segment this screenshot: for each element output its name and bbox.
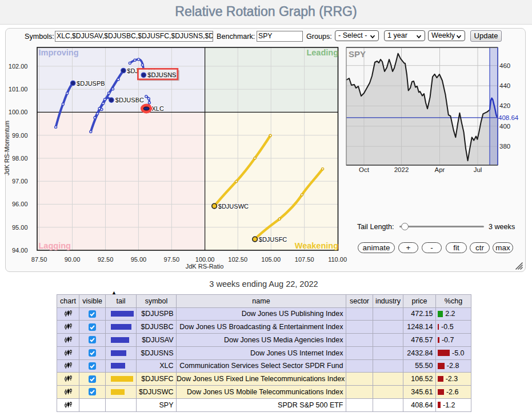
svg-text:97.50: 97.50	[164, 256, 180, 263]
svg-text:$DJUSWC: $DJUSWC	[218, 203, 249, 210]
svg-text:100.00: 100.00	[195, 256, 215, 263]
svg-text:92.50: 92.50	[98, 256, 114, 263]
svg-text:96.00: 96.00	[12, 201, 28, 207]
svg-text:102.00: 102.00	[9, 63, 28, 70]
svg-text:94.00: 94.00	[12, 247, 28, 254]
svg-text:Lagging: Lagging	[39, 241, 71, 250]
svg-text:$DJUSFC: $DJUSFC	[259, 236, 287, 243]
svg-text:95.00: 95.00	[12, 224, 28, 231]
svg-text:100.00: 100.00	[9, 109, 28, 115]
svg-text:97.00: 97.00	[12, 178, 28, 185]
svg-text:99.00: 99.00	[12, 132, 28, 139]
svg-text:JdK RS-Ratio: JdK RS-Ratio	[186, 263, 224, 270]
svg-text:420: 420	[499, 102, 510, 109]
svg-text:Oct: Oct	[359, 166, 370, 173]
svg-text:JdK RS-Momentum: JdK RS-Momentum	[3, 121, 10, 175]
svg-text:2022: 2022	[394, 166, 409, 173]
svg-text:107.50: 107.50	[295, 256, 314, 263]
svg-text:90.00: 90.00	[65, 256, 81, 263]
svg-text:105.00: 105.00	[261, 256, 281, 263]
svg-text:101.00: 101.00	[9, 86, 28, 93]
svg-text:Leading: Leading	[306, 48, 338, 57]
svg-text:87.50: 87.50	[31, 256, 47, 263]
svg-text:460: 460	[499, 62, 510, 69]
svg-text:440: 440	[499, 82, 510, 89]
svg-text:Improving: Improving	[39, 48, 79, 57]
svg-text:380: 380	[499, 143, 510, 150]
svg-text:XLC: XLC	[152, 105, 164, 112]
svg-text:$DJUSPB: $DJUSPB	[77, 80, 105, 87]
svg-text:$DJUSBC: $DJUSBC	[115, 97, 144, 103]
svg-text:$DJUSNS: $DJUSNS	[147, 71, 176, 78]
svg-text:98.00: 98.00	[12, 155, 28, 162]
svg-text:95.00: 95.00	[131, 256, 147, 263]
svg-text:SPY: SPY	[349, 49, 366, 59]
svg-text:400: 400	[499, 123, 510, 130]
svg-text:408.64: 408.64	[498, 114, 519, 121]
svg-text:Apr: Apr	[435, 166, 445, 173]
svg-text:Weakening: Weakening	[295, 241, 338, 250]
svg-text:Jul: Jul	[474, 166, 482, 173]
svg-text:102.50: 102.50	[228, 256, 247, 263]
svg-text:110.00: 110.00	[328, 256, 347, 263]
